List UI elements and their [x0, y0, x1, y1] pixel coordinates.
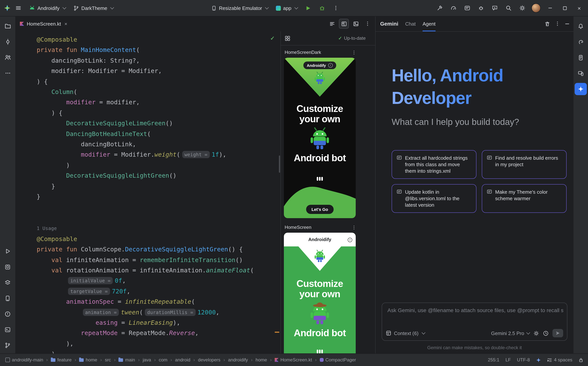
breadcrumb-item[interactable]: java [142, 357, 152, 363]
ai-spark-icon[interactable] [536, 357, 541, 362]
send-button[interactable] [552, 329, 563, 337]
droid-bot-icon [309, 127, 331, 151]
editor-scrollbar[interactable] [279, 155, 280, 173]
context-icon [386, 330, 391, 336]
gallery-view-icon[interactable] [285, 35, 290, 41]
device-selector[interactable]: Resizable Emulator [208, 3, 271, 13]
user-avatar[interactable] [530, 2, 542, 14]
run-configuration-selector[interactable]: app [273, 3, 300, 13]
vcs-branch-selector[interactable]: DarkTheme [70, 3, 116, 13]
breadcrumb-item[interactable]: main [118, 357, 136, 363]
hide-panel-icon[interactable] [565, 21, 570, 26]
design-view-icon[interactable] [351, 19, 361, 29]
gemini-more-icon[interactable] [555, 21, 560, 26]
breadcrumb-item[interactable]: feature [50, 357, 72, 363]
line-separator[interactable]: LF [505, 357, 511, 363]
breadcrumb-item[interactable]: androidify [227, 357, 249, 363]
breadcrumb-separator: › [193, 357, 195, 363]
breadcrumb-item[interactable]: developers [197, 357, 221, 363]
tab-close-icon[interactable]: × [64, 21, 67, 27]
editor-tab-homescreen[interactable]: HomeScreen.kt × [15, 16, 72, 31]
android-studio-window: Androidify DarkTheme Resizable Emulator … [0, 0, 588, 366]
suggestion-card[interactable]: Extract all hardcoded strings from this … [392, 150, 476, 179]
run-tool-icon[interactable] [1, 245, 14, 257]
build-variants-tool-icon[interactable] [1, 276, 14, 289]
cursor-position[interactable]: 255:1 [488, 357, 499, 363]
running-devices-tool-icon[interactable] [575, 67, 587, 79]
logcat-icon[interactable] [461, 2, 473, 14]
gemini-prompt-input[interactable] [387, 307, 564, 314]
preview-phone-light[interactable]: Androidify i Customize your own Android … [284, 233, 356, 354]
gradle-tool-icon[interactable] [575, 36, 587, 48]
tab-more-icon[interactable] [363, 19, 373, 29]
suggestion-card[interactable]: Find and resolve build errors in my proj… [482, 150, 567, 179]
gemini-subtitle: What can I help you build today? [392, 117, 566, 127]
project-selector[interactable]: Androidify [26, 3, 69, 13]
info-icon[interactable]: i [348, 238, 352, 242]
breadcrumb-separator: › [46, 357, 48, 363]
device-manager-tool-icon[interactable] [1, 292, 14, 304]
chevron-down-icon [265, 6, 269, 9]
run-button[interactable] [302, 2, 314, 14]
code-line: DancingBotHeadlineText( [37, 129, 276, 139]
preview-status: ✓ Up-to-date [338, 36, 366, 41]
code-line: animation =tween(durationMillis =12000, [37, 307, 276, 318]
preview-phone-dark[interactable]: Androidify i Customize your own Android … [284, 58, 356, 218]
breadcrumb-item[interactable]: home [78, 357, 98, 363]
device-explorer-tool-icon[interactable] [575, 51, 587, 64]
info-icon[interactable]: i [328, 63, 333, 68]
search-everywhere-icon[interactable] [502, 2, 515, 14]
version-control-tool-icon[interactable] [1, 339, 14, 351]
context-selector[interactable]: Context (6) [394, 330, 419, 336]
lets-go-button[interactable]: Let's Go [306, 205, 333, 214]
commit-tool-icon[interactable] [1, 36, 14, 48]
more-actions-icon[interactable] [329, 2, 342, 14]
ai-chat-icon[interactable] [489, 2, 501, 14]
gemini-settings-icon[interactable] [533, 330, 539, 336]
more-tool-windows-icon[interactable] [1, 67, 14, 79]
maximize-button[interactable] [558, 0, 571, 16]
main-menu-icon[interactable] [12, 2, 24, 14]
code-editor[interactable]: @Composableprivate fun MainHomeContent( … [15, 31, 281, 354]
tab-chat[interactable]: Chat [405, 16, 416, 31]
terminal-tool-icon[interactable] [1, 323, 14, 336]
breadcrumb-item[interactable]: HomeScreen.kt [274, 357, 313, 363]
notifications-icon[interactable] [575, 20, 587, 32]
model-selector[interactable]: Gemini 2.5 Pro [491, 330, 530, 336]
breadcrumb-item[interactable]: src [104, 357, 112, 363]
services-tool-icon[interactable] [1, 261, 14, 273]
breadcrumb-item[interactable]: android [174, 357, 191, 363]
preview-more-icon[interactable] [351, 50, 357, 55]
build-icon[interactable] [434, 2, 446, 14]
breadcrumb-item[interactable]: CompactPager [319, 357, 357, 363]
close-button[interactable]: × [573, 0, 586, 16]
tab-agent[interactable]: Agent [423, 16, 435, 31]
inspection-ok-icon[interactable]: ✓ [270, 35, 275, 41]
delete-conversation-icon[interactable] [544, 21, 550, 27]
debug-button[interactable] [316, 2, 328, 14]
gemini-greeting: Hello, Android Developer [392, 64, 566, 109]
minimize-button[interactable] [544, 0, 557, 16]
problems-tool-icon[interactable] [1, 308, 14, 320]
history-icon[interactable] [543, 330, 549, 336]
gemini-tool-icon[interactable] [575, 83, 587, 95]
readonly-lock-icon[interactable] [579, 357, 583, 362]
split-view-icon[interactable] [339, 19, 349, 29]
droid-bot-small-icon [314, 250, 326, 263]
gemini-input-controls: Context (6) Gemini 2.5 Pro [386, 329, 563, 337]
breadcrumb-item[interactable]: androidify-main [5, 357, 44, 363]
project-tool-icon[interactable] [1, 20, 14, 32]
code-line: DecorativeSquiggleLimeGreen() [37, 118, 276, 129]
preview-more-icon[interactable] [351, 225, 357, 230]
settings-icon[interactable] [516, 2, 528, 14]
suggestion-card[interactable]: Update kotlin in @libs.version.toml to t… [392, 184, 476, 213]
pull-requests-tool-icon[interactable] [1, 51, 14, 64]
app-quality-insights-icon[interactable] [475, 2, 487, 14]
indent-widget[interactable]: 4 spaces [547, 357, 572, 363]
file-encoding[interactable]: UTF-8 [517, 357, 530, 363]
profiler-icon[interactable] [447, 2, 460, 14]
code-view-icon[interactable] [327, 19, 337, 29]
suggestion-card[interactable]: Make my Theme's color scheme warmer [482, 184, 567, 213]
breadcrumb-item[interactable]: com [158, 357, 168, 363]
breadcrumb-item[interactable]: home [255, 357, 268, 363]
